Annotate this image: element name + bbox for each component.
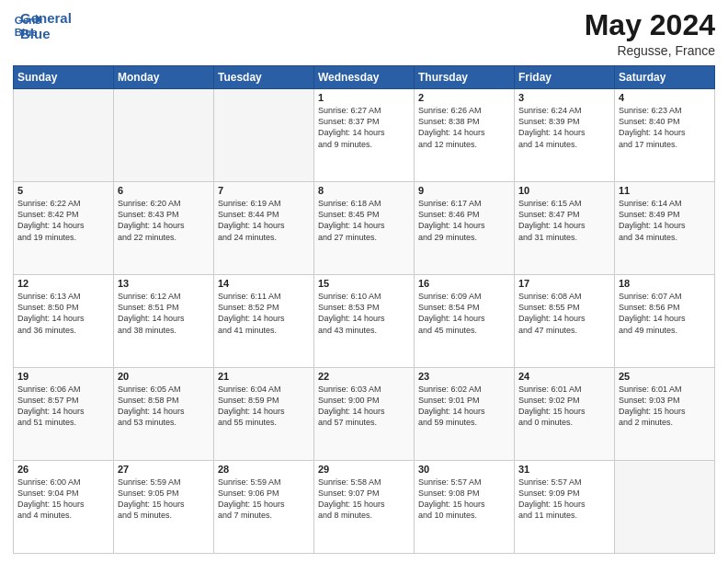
day-number: 11 xyxy=(619,185,711,196)
col-header-sunday: Sunday xyxy=(14,66,114,89)
col-header-monday: Monday xyxy=(114,66,214,89)
day-number: 1 xyxy=(318,92,410,103)
day-info: Sunrise: 6:12 AMSunset: 8:51 PMDaylight:… xyxy=(118,291,210,336)
location: Regusse, France xyxy=(585,43,715,58)
day-cell: 5Sunrise: 6:22 AMSunset: 8:42 PMDaylight… xyxy=(14,182,114,275)
day-info: Sunrise: 6:18 AMSunset: 8:45 PMDaylight:… xyxy=(318,198,410,243)
day-info: Sunrise: 6:09 AMSunset: 8:54 PMDaylight:… xyxy=(418,291,510,336)
day-info: Sunrise: 6:23 AMSunset: 8:40 PMDaylight:… xyxy=(619,105,711,150)
day-cell xyxy=(114,89,214,182)
day-cell: 26Sunrise: 6:00 AMSunset: 9:04 PMDayligh… xyxy=(14,461,114,554)
day-info: Sunrise: 5:57 AMSunset: 9:08 PMDaylight:… xyxy=(418,477,510,522)
day-cell: 21Sunrise: 6:04 AMSunset: 8:59 PMDayligh… xyxy=(214,368,314,461)
day-info: Sunrise: 6:06 AMSunset: 8:57 PMDaylight:… xyxy=(17,384,109,429)
day-number: 15 xyxy=(318,278,410,289)
day-info: Sunrise: 6:08 AMSunset: 8:55 PMDaylight:… xyxy=(518,291,610,336)
day-number: 22 xyxy=(318,371,410,382)
day-cell: 29Sunrise: 5:58 AMSunset: 9:07 PMDayligh… xyxy=(314,461,415,554)
title-block: May 2024 Regusse, France xyxy=(585,9,715,58)
day-cell: 10Sunrise: 6:15 AMSunset: 8:47 PMDayligh… xyxy=(515,182,615,275)
col-header-saturday: Saturday xyxy=(615,66,715,89)
day-number: 14 xyxy=(218,278,310,289)
day-cell: 18Sunrise: 6:07 AMSunset: 8:56 PMDayligh… xyxy=(615,275,715,368)
day-cell: 19Sunrise: 6:06 AMSunset: 8:57 PMDayligh… xyxy=(14,368,114,461)
day-info: Sunrise: 6:07 AMSunset: 8:56 PMDaylight:… xyxy=(619,291,711,336)
day-number: 12 xyxy=(17,278,109,289)
day-cell: 30Sunrise: 5:57 AMSunset: 9:08 PMDayligh… xyxy=(415,461,515,554)
day-cell: 13Sunrise: 6:12 AMSunset: 8:51 PMDayligh… xyxy=(114,275,214,368)
day-number: 25 xyxy=(619,371,711,382)
day-cell: 6Sunrise: 6:20 AMSunset: 8:43 PMDaylight… xyxy=(114,182,214,275)
day-cell: 28Sunrise: 5:59 AMSunset: 9:06 PMDayligh… xyxy=(214,461,314,554)
day-info: Sunrise: 6:01 AMSunset: 9:02 PMDaylight:… xyxy=(518,384,610,429)
day-info: Sunrise: 6:14 AMSunset: 8:49 PMDaylight:… xyxy=(619,198,711,243)
day-info: Sunrise: 6:03 AMSunset: 9:00 PMDaylight:… xyxy=(318,384,410,429)
day-number: 30 xyxy=(418,464,510,475)
day-cell xyxy=(14,89,114,182)
day-info: Sunrise: 6:02 AMSunset: 9:01 PMDaylight:… xyxy=(418,384,510,429)
logo: General Blue General Blue xyxy=(13,9,72,41)
day-info: Sunrise: 6:15 AMSunset: 8:47 PMDaylight:… xyxy=(518,198,610,243)
day-info: Sunrise: 5:58 AMSunset: 9:07 PMDaylight:… xyxy=(318,477,410,522)
day-info: Sunrise: 6:10 AMSunset: 8:53 PMDaylight:… xyxy=(318,291,410,336)
day-info: Sunrise: 6:04 AMSunset: 8:59 PMDaylight:… xyxy=(218,384,310,429)
day-number: 8 xyxy=(318,185,410,196)
day-number: 7 xyxy=(218,185,310,196)
logo-line1: General xyxy=(20,11,72,27)
day-info: Sunrise: 6:20 AMSunset: 8:43 PMDaylight:… xyxy=(118,198,210,243)
day-info: Sunrise: 6:27 AMSunset: 8:37 PMDaylight:… xyxy=(318,105,410,150)
day-info: Sunrise: 5:59 AMSunset: 9:05 PMDaylight:… xyxy=(118,477,210,522)
day-cell: 9Sunrise: 6:17 AMSunset: 8:46 PMDaylight… xyxy=(415,182,515,275)
day-number: 5 xyxy=(17,185,109,196)
day-cell xyxy=(615,461,715,554)
day-cell: 12Sunrise: 6:13 AMSunset: 8:50 PMDayligh… xyxy=(14,275,114,368)
day-cell: 16Sunrise: 6:09 AMSunset: 8:54 PMDayligh… xyxy=(415,275,515,368)
day-info: Sunrise: 6:26 AMSunset: 8:38 PMDaylight:… xyxy=(418,105,510,150)
day-number: 17 xyxy=(518,278,610,289)
logo-line2: Blue xyxy=(20,27,72,42)
day-cell: 24Sunrise: 6:01 AMSunset: 9:02 PMDayligh… xyxy=(515,368,615,461)
day-info: Sunrise: 6:00 AMSunset: 9:04 PMDaylight:… xyxy=(17,477,109,522)
day-info: Sunrise: 6:13 AMSunset: 8:50 PMDaylight:… xyxy=(17,291,109,336)
page-header: General Blue General Blue May 2024 Regus… xyxy=(13,9,715,58)
day-info: Sunrise: 6:01 AMSunset: 9:03 PMDaylight:… xyxy=(619,384,711,429)
day-cell: 7Sunrise: 6:19 AMSunset: 8:44 PMDaylight… xyxy=(214,182,314,275)
day-cell: 11Sunrise: 6:14 AMSunset: 8:49 PMDayligh… xyxy=(615,182,715,275)
week-row-4: 19Sunrise: 6:06 AMSunset: 8:57 PMDayligh… xyxy=(14,368,715,461)
col-header-thursday: Thursday xyxy=(415,66,515,89)
day-number: 27 xyxy=(118,464,210,475)
day-number: 20 xyxy=(118,371,210,382)
day-cell: 22Sunrise: 6:03 AMSunset: 9:00 PMDayligh… xyxy=(314,368,415,461)
day-cell: 27Sunrise: 5:59 AMSunset: 9:05 PMDayligh… xyxy=(114,461,214,554)
day-info: Sunrise: 5:59 AMSunset: 9:06 PMDaylight:… xyxy=(218,477,310,522)
week-row-2: 5Sunrise: 6:22 AMSunset: 8:42 PMDaylight… xyxy=(14,182,715,275)
day-cell xyxy=(214,89,314,182)
week-row-3: 12Sunrise: 6:13 AMSunset: 8:50 PMDayligh… xyxy=(14,275,715,368)
week-row-5: 26Sunrise: 6:00 AMSunset: 9:04 PMDayligh… xyxy=(14,461,715,554)
day-info: Sunrise: 5:57 AMSunset: 9:09 PMDaylight:… xyxy=(518,477,610,522)
day-number: 23 xyxy=(418,371,510,382)
day-cell: 8Sunrise: 6:18 AMSunset: 8:45 PMDaylight… xyxy=(314,182,415,275)
day-number: 29 xyxy=(318,464,410,475)
day-number: 16 xyxy=(418,278,510,289)
week-row-1: 1Sunrise: 6:27 AMSunset: 8:37 PMDaylight… xyxy=(14,89,715,182)
day-info: Sunrise: 6:19 AMSunset: 8:44 PMDaylight:… xyxy=(218,198,310,243)
day-cell: 15Sunrise: 6:10 AMSunset: 8:53 PMDayligh… xyxy=(314,275,415,368)
day-info: Sunrise: 6:05 AMSunset: 8:58 PMDaylight:… xyxy=(118,384,210,429)
day-number: 3 xyxy=(518,92,610,103)
day-number: 24 xyxy=(518,371,610,382)
day-number: 26 xyxy=(17,464,109,475)
day-cell: 2Sunrise: 6:26 AMSunset: 8:38 PMDaylight… xyxy=(415,89,515,182)
day-cell: 1Sunrise: 6:27 AMSunset: 8:37 PMDaylight… xyxy=(314,89,415,182)
calendar-header: SundayMondayTuesdayWednesdayThursdayFrid… xyxy=(14,66,715,89)
day-cell: 4Sunrise: 6:23 AMSunset: 8:40 PMDaylight… xyxy=(615,89,715,182)
day-info: Sunrise: 6:11 AMSunset: 8:52 PMDaylight:… xyxy=(218,291,310,336)
day-cell: 14Sunrise: 6:11 AMSunset: 8:52 PMDayligh… xyxy=(214,275,314,368)
day-number: 13 xyxy=(118,278,210,289)
day-cell: 23Sunrise: 6:02 AMSunset: 9:01 PMDayligh… xyxy=(415,368,515,461)
day-number: 19 xyxy=(17,371,109,382)
col-header-friday: Friday xyxy=(515,66,615,89)
day-info: Sunrise: 6:17 AMSunset: 8:46 PMDaylight:… xyxy=(418,198,510,243)
day-number: 18 xyxy=(619,278,711,289)
day-number: 2 xyxy=(418,92,510,103)
